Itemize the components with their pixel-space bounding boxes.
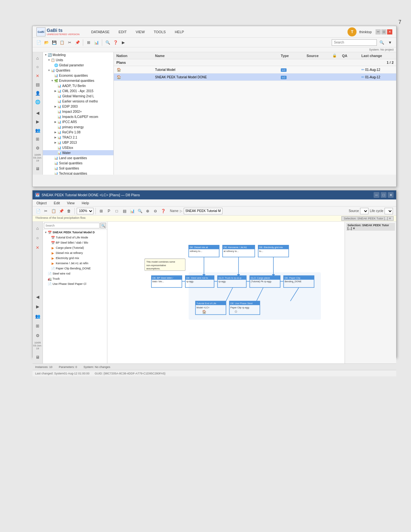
table-button[interactable]: ⊞ bbox=[85, 39, 92, 46]
tree-item-impacts-ilcd[interactable]: 📊 Impacts ILCd/PEF recom bbox=[43, 114, 113, 119]
tree-item-environmental[interactable]: ▼ 🌿 Environmental quantities bbox=[43, 78, 113, 83]
bt-delete[interactable]: 🗑 bbox=[65, 208, 73, 215]
sidebar-globe-icon[interactable]: 🌐 bbox=[34, 99, 42, 105]
tree-toggle-recipe[interactable]: ▶ bbox=[54, 131, 57, 134]
lifecycle-select[interactable] bbox=[385, 208, 393, 214]
paste-button[interactable]: 📌 bbox=[74, 39, 81, 46]
tree-item-economic[interactable]: 📊 Economic quantities bbox=[43, 73, 113, 78]
tree-item-units[interactable]: ▼ 📋 Units bbox=[43, 57, 113, 63]
sidebar-people-icon[interactable]: 👥 bbox=[34, 127, 42, 134]
bt-item-kerosene[interactable]: ▶ Kerosene / Jet A1 at refin bbox=[43, 261, 107, 266]
search-input[interactable] bbox=[332, 39, 377, 46]
nav-name-input[interactable] bbox=[184, 208, 222, 214]
save-button[interactable]: 💾 bbox=[51, 39, 58, 46]
tree-item-ubp[interactable]: ▶ 📊 UBP 2013 bbox=[43, 140, 113, 145]
sidebar-circle-icon[interactable]: ○ bbox=[34, 63, 42, 70]
new-button[interactable]: 📄 bbox=[35, 39, 42, 46]
sidebar-monitor-icon[interactable]: 🖥 bbox=[34, 165, 42, 172]
maximize-button[interactable]: □ bbox=[381, 29, 387, 34]
bt-zoomin[interactable]: ⊕ bbox=[144, 208, 151, 215]
tree-item-technical[interactable]: 📊 Technical quantities bbox=[43, 171, 113, 175]
bl-people-icon[interactable]: 👥 bbox=[34, 312, 42, 320]
menu-help[interactable]: HELP bbox=[173, 29, 185, 34]
sidebar-x-icon[interactable]: ✕ bbox=[34, 73, 42, 79]
bt-item-sneak[interactable]: ▼ 📅 SNEAK PEEK Tutorial Model D bbox=[43, 230, 107, 235]
tree-item-recipe[interactable]: ▶ 📊 ReCiPe 1.08 bbox=[43, 130, 113, 135]
tree-item-water[interactable]: 📊 Water bbox=[43, 150, 113, 155]
bt-toggle-sneak[interactable]: ▼ bbox=[44, 231, 47, 234]
sidebar-arrow-left[interactable]: ◀ bbox=[34, 110, 42, 116]
bt-chart[interactable]: 📊 bbox=[129, 208, 136, 215]
bt-flow-p[interactable]: P bbox=[105, 208, 113, 215]
sidebar-grid-icon[interactable]: ⊞ bbox=[34, 136, 42, 142]
bottom-minimize-button[interactable]: ─ bbox=[374, 192, 379, 198]
table-row-1[interactable]: 🏠 Tutorial Model LC ✏ 01-Aug-12 bbox=[114, 66, 396, 73]
zoom-select[interactable]: 100% 75% 50% 150% bbox=[77, 208, 93, 214]
bottom-search-button[interactable]: 🔍 bbox=[100, 223, 106, 228]
tree-item-edip[interactable]: ▶ 📊 EDIP 2003 bbox=[43, 104, 113, 109]
tree-toggle-cml[interactable]: ▶ bbox=[54, 89, 57, 92]
bottom-menu-view[interactable]: View bbox=[66, 200, 76, 206]
tree-item-earlier[interactable]: 📊 Earlier versions of metho bbox=[43, 99, 113, 104]
bt-zoomout[interactable]: ⊖ bbox=[152, 208, 159, 215]
bt-item-steel-wire[interactable]: 📄 Steel wire rod bbox=[43, 271, 107, 276]
tree-item-gwl[interactable]: 📊 Global Warming 2nd L bbox=[43, 93, 113, 99]
menu-edit[interactable]: EDIT bbox=[117, 29, 128, 34]
source-select[interactable] bbox=[360, 208, 368, 214]
tree-item-social[interactable]: 📊 Social quantities bbox=[43, 160, 113, 166]
sidebar-settings-icon[interactable]: ⚙ bbox=[34, 145, 42, 151]
selection-badge[interactable]: Selection: SNEAK PEEK Tutor [...] ✕ bbox=[341, 216, 394, 221]
bl-arrow-right[interactable]: ▶ bbox=[34, 303, 42, 310]
menu-database[interactable]: DATABASE bbox=[90, 29, 111, 34]
close-button[interactable]: ✕ bbox=[387, 29, 392, 34]
chart-button[interactable]: 📊 bbox=[93, 39, 100, 46]
bottom-maximize-button[interactable]: □ bbox=[381, 192, 387, 198]
bt-flow-r[interactable]: ▤ bbox=[121, 208, 128, 215]
tree-toggle-traci[interactable]: ▶ bbox=[54, 136, 57, 139]
bt-item-cargo-plane[interactable]: ▶ Cargo plane (Tutorial) bbox=[43, 245, 107, 250]
bt-grid[interactable]: ⊞ bbox=[98, 208, 105, 215]
tree-item-quantities[interactable]: ▼ 📊 Quantities bbox=[43, 68, 113, 73]
bt-paste[interactable]: 📌 bbox=[58, 208, 65, 215]
tree-item-modeling[interactable]: ▼ 🔄 Modeling bbox=[43, 52, 113, 57]
minimize-button[interactable]: ─ bbox=[376, 29, 381, 34]
bl-x-icon[interactable]: ✕ bbox=[34, 244, 42, 251]
tree-item-primary-energy[interactable]: 📊 primary energy bbox=[43, 124, 113, 130]
search-button[interactable]: 🔍 bbox=[104, 39, 111, 46]
table-row-2[interactable]: 🏠 SNEAK PEEK Tutorial Model DONE LC ✏ 01… bbox=[114, 73, 396, 81]
bt-cut[interactable]: ✂ bbox=[42, 208, 49, 215]
menu-view[interactable]: VIEW bbox=[134, 29, 146, 34]
bt-item-truck[interactable]: 🚛 Truck bbox=[43, 276, 107, 281]
bt-item-tutorial-eol[interactable]: 📅 Tutorial End of Life Mode bbox=[43, 235, 107, 240]
bottom-menu-object[interactable]: Object bbox=[35, 200, 48, 206]
bl-grid-icon[interactable]: ⊞ bbox=[34, 322, 42, 330]
tree-item-aadp[interactable]: 📊 AADP, TU Berlin bbox=[43, 83, 113, 88]
sidebar-layer-icon[interactable]: ▤ bbox=[34, 81, 42, 88]
tree-item-impact2002[interactable]: 📊 Impact 2002+ bbox=[43, 109, 113, 114]
tree-toggle-ipcc[interactable]: ▶ bbox=[54, 120, 57, 123]
bt-item-diesel[interactable]: ▶ Diesel mix at refinery bbox=[43, 250, 107, 256]
bt-item-bp-steel[interactable]: 📅 BP Steel billet / slab / Blo bbox=[43, 240, 107, 245]
search-options-button[interactable]: ▼ bbox=[387, 39, 394, 46]
tree-toggle-modeling[interactable]: ▼ bbox=[44, 53, 47, 56]
bt-item-electricity[interactable]: ▶ Electricity grid mix bbox=[43, 256, 107, 261]
sidebar-arrow-right[interactable]: ▶ bbox=[34, 118, 42, 125]
tree-item-land-use[interactable]: 📊 Land use quantities bbox=[43, 155, 113, 160]
bottom-close-button[interactable]: ✕ bbox=[388, 192, 394, 198]
tree-toggle-ubp[interactable]: ▶ bbox=[54, 141, 57, 144]
tree-item-soil[interactable]: 📊 Soil quantities bbox=[43, 166, 113, 171]
bottom-search-input[interactable] bbox=[44, 223, 100, 228]
bl-circle-icon[interactable]: ○ bbox=[34, 234, 42, 242]
tree-item-usetox[interactable]: 📊 USEtox bbox=[43, 145, 113, 150]
bt-item-use-phase[interactable]: 📄 Use Phase Steel Paper Cl bbox=[43, 281, 107, 286]
tree-toggle-edip[interactable]: ▶ bbox=[54, 105, 57, 108]
tree-toggle-environmental[interactable]: ▼ bbox=[51, 79, 54, 82]
bt-flow-q[interactable]: □ bbox=[113, 208, 120, 215]
bl-settings-icon[interactable]: ⚙ bbox=[34, 332, 42, 339]
search-go-button[interactable]: 🔍 bbox=[378, 39, 385, 46]
bottom-menu-edit[interactable]: Edit bbox=[53, 200, 61, 206]
tree-toggle-units[interactable]: ▼ bbox=[47, 58, 51, 62]
menu-tools[interactable]: TOOLS bbox=[152, 29, 167, 34]
tree-item-cml[interactable]: ▶ 📊 CML 2001 - Apr. 2015 bbox=[43, 88, 113, 93]
bt-help[interactable]: ❓ bbox=[160, 208, 167, 215]
